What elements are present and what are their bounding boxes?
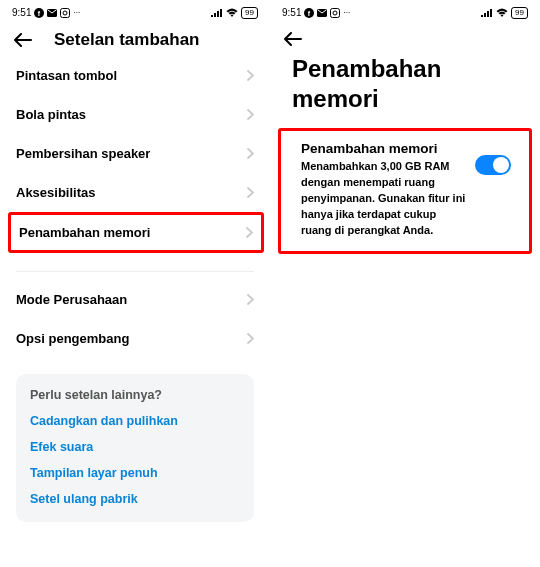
instagram-icon (330, 8, 340, 18)
settings-list: Pintasan tombol Bola pintas Pembersihan … (0, 56, 270, 522)
row-pembersihan-speaker[interactable]: Pembersihan speaker (0, 134, 270, 173)
chevron-right-icon (247, 333, 254, 344)
title-bar: Setelan tambahan (0, 22, 270, 56)
svg-rect-3 (61, 8, 70, 17)
chevron-right-icon (246, 227, 253, 238)
row-label: Pembersihan speaker (16, 146, 150, 161)
row-penambahan-memori[interactable]: Penambahan memori (11, 215, 261, 250)
signal-icon (211, 8, 223, 17)
link-efek-suara[interactable]: Efek suara (30, 440, 240, 454)
chevron-right-icon (247, 148, 254, 159)
row-label: Penambahan memori (19, 225, 151, 240)
highlight-memory-card: Penambahan memori Menambahkan 3,00 GB RA… (278, 128, 532, 254)
battery-icon: 99 (511, 7, 528, 19)
row-aksesibilitas[interactable]: Aksesibilitas (0, 173, 270, 212)
info-heading: Perlu setelan lainnya? (30, 388, 240, 402)
chevron-right-icon (247, 294, 254, 305)
row-label: Bola pintas (16, 107, 86, 122)
status-time: 9:51 (282, 7, 301, 18)
svg-point-9 (333, 11, 337, 15)
chevron-right-icon (247, 187, 254, 198)
row-label: Aksesibilitas (16, 185, 96, 200)
row-label: Opsi pengembang (16, 331, 129, 346)
wifi-icon (496, 8, 508, 17)
instagram-icon (60, 8, 70, 18)
facebook-icon: f (304, 8, 314, 18)
more-icon: ··· (73, 8, 80, 17)
status-time: 9:51 (12, 7, 31, 18)
screen-memory-extension: 9:51 f ··· 99 Penambahan memori Penambah… (270, 0, 540, 567)
signal-icon (481, 8, 493, 17)
svg-point-4 (63, 11, 67, 15)
row-opsi-pengembang[interactable]: Opsi pengembang (0, 319, 270, 358)
page-title: Setelan tambahan (54, 30, 200, 50)
message-icon (47, 8, 57, 18)
back-icon[interactable] (284, 30, 302, 48)
divider (16, 271, 254, 272)
row-bola-pintas[interactable]: Bola pintas (0, 95, 270, 134)
highlight-penambahan-memori: Penambahan memori (8, 212, 264, 253)
wifi-icon (226, 8, 238, 17)
screen-additional-settings: 9:51 f ··· 99 Setelan tambahan Pintasan … (0, 0, 270, 567)
facebook-icon: f (34, 8, 44, 18)
back-icon[interactable] (14, 31, 32, 49)
link-setel-ulang-pabrik[interactable]: Setel ulang pabrik (30, 492, 240, 506)
status-bar: 9:51 f ··· 99 (0, 0, 270, 22)
row-label: Mode Perusahaan (16, 292, 127, 307)
row-pintasan-tombol[interactable]: Pintasan tombol (0, 56, 270, 95)
memory-extension-toggle[interactable] (475, 155, 511, 175)
card-description: Menambahkan 3,00 GB RAM dengan menempati… (301, 159, 467, 239)
message-icon (317, 8, 327, 18)
more-icon: ··· (343, 8, 350, 17)
card-title: Penambahan memori (301, 141, 467, 156)
row-label: Pintasan tombol (16, 68, 117, 83)
battery-icon: 99 (241, 7, 258, 19)
memory-extension-card: Penambahan memori Menambahkan 3,00 GB RA… (289, 131, 521, 251)
page-title: Penambahan memori (270, 50, 540, 128)
info-card: Perlu setelan lainnya? Cadangkan dan pul… (16, 374, 254, 522)
link-cadangkan[interactable]: Cadangkan dan pulihkan (30, 414, 240, 428)
title-bar (270, 22, 540, 50)
row-mode-perusahaan[interactable]: Mode Perusahaan (0, 280, 270, 319)
status-bar: 9:51 f ··· 99 (270, 0, 540, 22)
chevron-right-icon (247, 109, 254, 120)
chevron-right-icon (247, 70, 254, 81)
svg-rect-8 (331, 8, 340, 17)
link-tampilan-layar-penuh[interactable]: Tampilan layar penuh (30, 466, 240, 480)
